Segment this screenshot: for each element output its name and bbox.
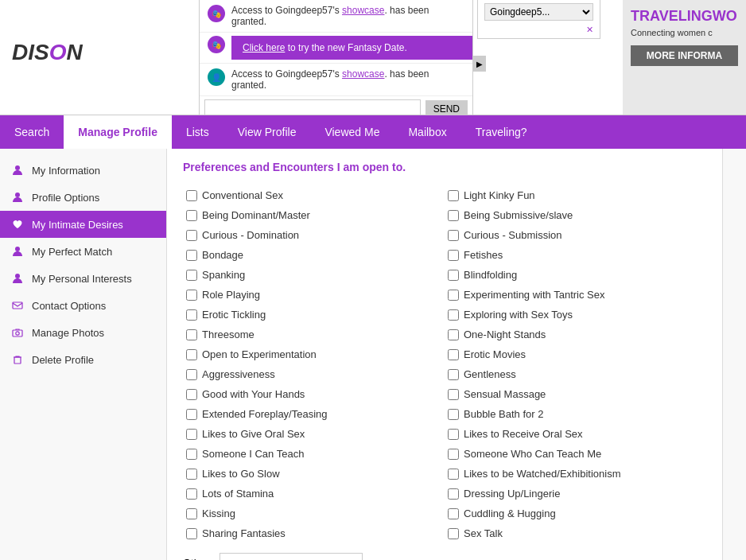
camera-icon-sidebar [10, 325, 25, 340]
checkbox-likes-go-slow: Likes to Go Slow [183, 464, 445, 484]
sidebar-item-intimate-desires[interactable]: My Intimate Desires [0, 211, 166, 238]
checkbox-lots-of-stamina-input[interactable] [186, 488, 197, 500]
checkbox-light-kinky-fun-input[interactable] [448, 190, 459, 201]
checkbox-conventional-sex-label: Conventional Sex [202, 189, 283, 201]
checkbox-curious-submission: Curious - Submission [445, 225, 706, 245]
checkbox-likes-go-slow-input[interactable] [186, 469, 197, 480]
checkbox-someone-who-can-teach-me-input[interactable] [448, 449, 459, 460]
checkbox-light-kinky-fun: Light Kinky Fun [445, 185, 706, 205]
checkbox-cuddling: Cuddling & Hugging [445, 504, 706, 523]
sidebar-item-manage-photos[interactable]: Manage Photos [0, 319, 166, 346]
fantasy-date-text: to try the new Fantasy Date. [288, 42, 407, 53]
fantasy-date-button[interactable]: Click here to try the new Fantasy Date. [231, 36, 472, 60]
close-dropdown[interactable]: ✕ [586, 25, 593, 34]
checkbox-curious-domination-input[interactable] [186, 230, 197, 241]
checkbox-erotic-tickling-input[interactable] [186, 309, 197, 321]
nav-traveling[interactable]: Traveling? [461, 115, 542, 149]
nav-manage-profile[interactable]: Manage Profile [64, 115, 172, 149]
nav-search[interactable]: Search [0, 115, 64, 149]
sidebar-label-intimate-desires: My Intimate Desires [32, 219, 123, 231]
checkbox-good-with-hands: Good with Your Hands [183, 384, 445, 404]
nav-mailbox[interactable]: Mailbox [394, 115, 460, 149]
checkbox-someone-i-can-teach: Someone I Can Teach [183, 444, 445, 464]
checkbox-bubble-bath-input[interactable] [448, 409, 459, 420]
checkbox-cuddling-input[interactable] [448, 508, 459, 519]
checkbox-good-with-hands-label: Good with Your Hands [202, 388, 305, 400]
checkbox-aggressiveness: Aggressiveness [183, 364, 445, 384]
sidebar-item-my-information[interactable]: My Information [0, 157, 166, 184]
checkbox-one-night-stands-input[interactable] [448, 329, 459, 340]
checkbox-fetishes-input[interactable] [448, 250, 459, 261]
mail-icon-sidebar [10, 298, 25, 313]
checkbox-receive-oral-sex-input[interactable] [448, 429, 459, 440]
nav-viewed-me[interactable]: Viewed Me [310, 115, 394, 149]
fantasy-date-link[interactable]: Click here [243, 42, 285, 53]
checkbox-curious-domination: Curious - Domination [183, 225, 445, 245]
checkbox-extended-foreplay: Extended Foreplay/Teasing [183, 404, 445, 424]
checkbox-someone-i-can-teach-input[interactable] [186, 449, 197, 460]
user-select[interactable]: Goingdeep5... [484, 3, 593, 21]
checkbox-tantric-sex: Experimenting with Tantric Sex [445, 285, 706, 305]
nav-lists[interactable]: Lists [172, 115, 223, 149]
checkbox-dressing-up: Dressing Up/Lingerie [445, 484, 706, 504]
checkbox-sharing-fantasies-input[interactable] [186, 528, 197, 539]
checkbox-give-oral-sex-input[interactable] [186, 429, 197, 440]
checkbox-exploring-sex-toys-input[interactable] [448, 309, 459, 321]
checkbox-spanking-input[interactable] [186, 270, 197, 281]
checkbox-bondage-input[interactable] [186, 250, 197, 261]
checkbox-lots-of-stamina: Lots of Stamina [183, 484, 445, 504]
send-input[interactable] [204, 99, 421, 115]
checkbox-being-submissive-input[interactable] [448, 210, 459, 221]
notif-link-1[interactable]: showcase [342, 5, 384, 16]
checkbox-tantric-sex-label: Experimenting with Tantric Sex [464, 289, 605, 301]
ad-subtitle: Connecting women c [631, 28, 713, 37]
right-panel [722, 149, 746, 560]
checkbox-sex-talk: Sex Talk [445, 523, 706, 543]
checkbox-open-experimentation-input[interactable] [186, 349, 197, 360]
checkbox-tantric-sex-input[interactable] [448, 290, 459, 301]
checkbox-gentleness-input[interactable] [448, 369, 459, 380]
checkbox-likes-watched: Likes to be Watched/Exhibitionism [445, 464, 706, 484]
sidebar-item-profile-options[interactable]: Profile Options [0, 184, 166, 211]
sidebar-item-perfect-match[interactable]: My Perfect Match [0, 238, 166, 265]
checkbox-likes-watched-input[interactable] [448, 469, 459, 480]
svg-point-1 [15, 192, 20, 197]
checkbox-curious-submission-input[interactable] [448, 230, 459, 241]
sidebar-item-delete-profile[interactable]: Delete Profile [0, 346, 166, 373]
sidebar-label-personal-interests: My Personal Interests [32, 273, 132, 285]
nav-view-profile[interactable]: View Profile [223, 115, 311, 149]
checkbox-threesome: Threesome [183, 325, 445, 344]
sidebar-item-contact-options[interactable]: Contact Options [0, 292, 166, 319]
checkbox-being-dominant-input[interactable] [186, 210, 197, 221]
checkbox-good-with-hands-input[interactable] [186, 389, 197, 400]
checkbox-role-playing-input[interactable] [186, 290, 197, 301]
notif-item-3: 👤 Access to Goingdeep57's showcase. has … [200, 64, 472, 96]
checkbox-kissing-input[interactable] [186, 508, 197, 519]
match-icon-sidebar [10, 243, 25, 259]
ad-button[interactable]: MORE INFORMA [631, 45, 738, 66]
checkbox-conventional-sex-input[interactable] [186, 190, 197, 201]
checkbox-extended-foreplay-input[interactable] [186, 409, 197, 420]
checkbox-sensual-massage-input[interactable] [448, 389, 459, 400]
send-button[interactable]: SEND [425, 100, 468, 115]
sidebar-item-personal-interests[interactable]: My Personal Interests [0, 265, 166, 292]
other-input[interactable] [220, 553, 363, 560]
checkbox-give-oral-sex: Likes to Give Oral Sex [183, 424, 445, 444]
notif-link-3[interactable]: showcase [342, 68, 384, 80]
checkbox-erotic-movies-input[interactable] [448, 349, 459, 360]
mask-icon-2: 🎭 [208, 36, 225, 53]
checkbox-threesome-input[interactable] [186, 329, 197, 340]
checkbox-fetishes-label: Fetishes [464, 249, 503, 261]
checkbox-aggressiveness-input[interactable] [186, 369, 197, 380]
checkbox-fetishes: Fetishes [445, 245, 706, 265]
ad-title: TRAVELINGWO [631, 8, 737, 25]
checkbox-blindfolding-input[interactable] [448, 270, 459, 281]
checkbox-sex-talk-input[interactable] [448, 528, 459, 539]
checkbox-dressing-up-input[interactable] [448, 488, 459, 500]
other-label: Other: [183, 557, 212, 560]
checkbox-blindfolding: Blindfolding [445, 265, 706, 285]
checkbox-lots-of-stamina-label: Lots of Stamina [202, 488, 274, 500]
checkbox-extended-foreplay-label: Extended Foreplay/Teasing [202, 408, 328, 420]
scroll-arrow[interactable]: ▶ [473, 56, 486, 72]
svg-point-6 [16, 332, 19, 335]
